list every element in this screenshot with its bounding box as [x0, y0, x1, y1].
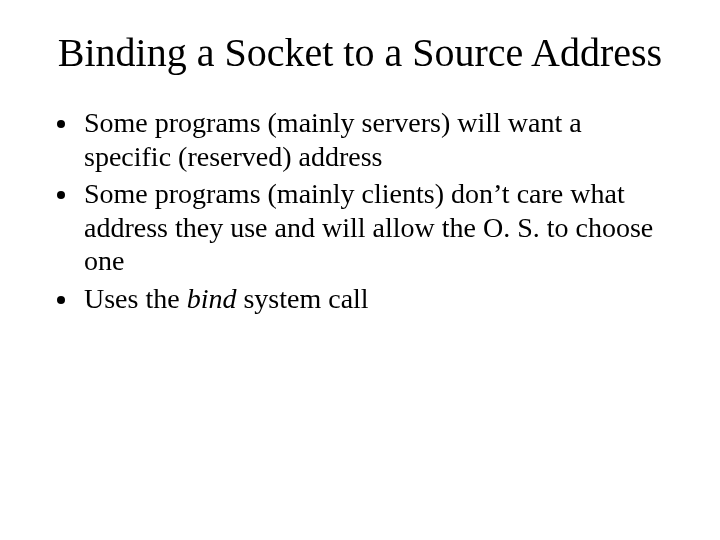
list-item: Uses the bind system call: [80, 282, 670, 316]
bullet-list: Some programs (mainly servers) will want…: [50, 106, 670, 316]
bullet-text-suffix: system call: [236, 283, 368, 314]
bullet-text: Some programs (mainly clients) don’t car…: [84, 178, 653, 276]
bullet-text-prefix: Uses the: [84, 283, 187, 314]
slide-title: Binding a Socket to a Source Address: [50, 30, 670, 76]
bullet-text: Some programs (mainly servers) will want…: [84, 107, 582, 172]
list-item: Some programs (mainly clients) don’t car…: [80, 177, 670, 278]
list-item: Some programs (mainly servers) will want…: [80, 106, 670, 173]
bullet-text-italic: bind: [187, 283, 237, 314]
slide: Binding a Socket to a Source Address Som…: [0, 0, 720, 540]
